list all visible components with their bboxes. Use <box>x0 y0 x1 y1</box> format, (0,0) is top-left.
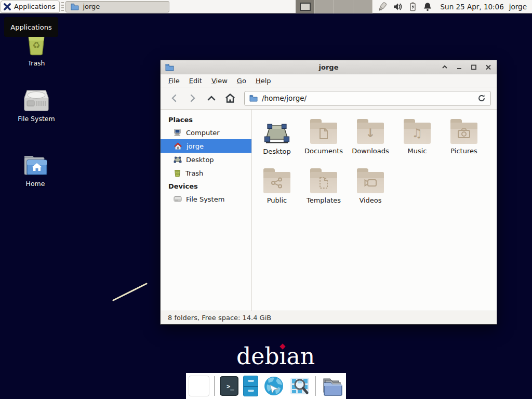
dock-separator <box>315 376 316 396</box>
home-house-icon <box>174 142 182 150</box>
sidebar-item-label: Computer <box>186 129 220 137</box>
folder-icon <box>71 3 79 10</box>
debian-logo-text-2: an <box>286 343 315 369</box>
sidebar-item-label: Trash <box>185 169 203 177</box>
panel-handle[interactable] <box>61 2 64 11</box>
debian-logo: debıan <box>236 343 315 369</box>
taskbar-window-label: jorge <box>83 3 100 10</box>
desktop-icon-file-system[interactable]: File System <box>8 89 65 123</box>
sidebar-item-label: File System <box>186 195 224 203</box>
sidebar-item-label: Desktop <box>186 156 214 164</box>
workspace-4[interactable] <box>353 0 373 14</box>
status-text: 8 folders, Free space: 14.4 GiB <box>168 314 271 322</box>
menu-help[interactable]: Help <box>251 75 276 86</box>
folder-icon <box>310 172 337 193</box>
close-icon[interactable] <box>485 63 492 71</box>
computer-icon <box>174 128 182 137</box>
video-camera-icon <box>364 178 377 188</box>
workspace-1[interactable] <box>296 0 315 14</box>
path-text[interactable]: /home/jorge/ <box>262 94 473 102</box>
path-bar[interactable]: /home/jorge/ <box>244 91 491 106</box>
folder-icon: ↓ <box>357 123 384 144</box>
web-browser-icon[interactable] <box>263 375 285 397</box>
debian-logo-i: ı <box>279 343 286 369</box>
folder-item-pictures[interactable]: Pictures <box>441 116 487 163</box>
app-finder-icon[interactable] <box>289 376 310 396</box>
folder-item-downloads[interactable]: ↓ Downloads <box>347 116 394 163</box>
desktop-mini-icon <box>174 155 182 164</box>
applications-menu-label: Applications <box>14 3 55 10</box>
applications-menu-button[interactable]: Applications <box>1 1 60 13</box>
desktop-icon-home[interactable]: Home <box>7 154 64 188</box>
panel-clock[interactable]: Sun 25 Apr, 10:06 <box>441 3 504 11</box>
file-manager-icon[interactable] <box>243 376 258 396</box>
workspace-switcher[interactable] <box>296 0 373 14</box>
show-desktop-icon[interactable] <box>189 376 209 396</box>
folder-item-desktop[interactable]: Desktop <box>254 116 300 163</box>
taskbar-window-button[interactable]: jorge <box>65 1 169 12</box>
notification-bell-icon[interactable] <box>422 1 433 12</box>
folder-item-label: Templates <box>307 196 341 204</box>
desktop-special-icon <box>263 121 290 144</box>
share-nodes-icon <box>271 177 283 189</box>
shade-icon[interactable] <box>441 63 448 71</box>
folder-item-public[interactable]: Public <box>254 165 300 212</box>
forward-icon[interactable] <box>185 90 201 106</box>
dock-folder-icon[interactable] <box>321 376 343 396</box>
volume-icon[interactable] <box>392 1 403 12</box>
folder-item-label: Documents <box>304 147 343 155</box>
sidebar-item-jorge[interactable]: jorge <box>161 139 251 153</box>
svg-text:♻: ♻ <box>176 172 179 176</box>
refresh-icon[interactable] <box>477 94 486 102</box>
folder-item-label: Desktop <box>263 148 291 155</box>
battery-charging-icon[interactable] <box>407 1 418 12</box>
sidebar-item-label: jorge <box>187 142 204 150</box>
top-panel: Applications jorge <box>0 0 532 14</box>
titlebar[interactable]: jorge <box>161 60 497 74</box>
minimize-icon[interactable] <box>456 63 463 71</box>
dock-separator <box>214 376 215 396</box>
sidebar-item-trash[interactable]: ♻ Trash <box>161 166 251 180</box>
file-view[interactable]: Desktop Documents <box>252 110 497 311</box>
dock: >_ <box>186 373 346 399</box>
system-tray <box>377 1 433 12</box>
menu-go[interactable]: Go <box>232 75 251 86</box>
workspace-3[interactable] <box>334 0 353 14</box>
stylus-icon[interactable] <box>377 1 388 12</box>
menu-file[interactable]: File <box>164 75 184 86</box>
applications-tooltip: Applications <box>4 17 58 37</box>
back-icon[interactable] <box>166 90 182 106</box>
folder-item-videos[interactable]: Videos <box>347 165 394 212</box>
folder-item-label: Downloads <box>352 147 389 155</box>
menubar: File Edit View Go Help <box>161 74 497 87</box>
panel-username[interactable]: jorge <box>509 3 527 11</box>
sidebar-header-places: Places <box>161 113 251 126</box>
camera-icon <box>457 128 471 139</box>
menu-view[interactable]: View <box>207 75 232 86</box>
folder-icon: ♫ <box>404 123 431 144</box>
home-nav-icon[interactable] <box>222 90 238 106</box>
terminal-icon[interactable]: >_ <box>220 376 239 396</box>
toolbar: /home/jorge/ <box>161 87 497 110</box>
menu-edit[interactable]: Edit <box>184 75 207 86</box>
sidebar: Places Computer <box>161 110 252 311</box>
desktop-icon-label: Home <box>26 180 45 188</box>
folder-item-music[interactable]: ♫ Music <box>394 116 441 163</box>
folder-item-documents[interactable]: Documents <box>300 116 347 163</box>
sidebar-item-file-system[interactable]: File System <box>161 192 251 206</box>
folder-item-templates[interactable]: Templates <box>300 165 347 212</box>
path-folder-icon <box>249 95 258 102</box>
applications-tooltip-text: Applications <box>10 23 51 31</box>
file-system-icon <box>23 89 49 111</box>
statusbar: 8 folders, Free space: 14.4 GiB <box>161 311 497 324</box>
svg-text:♻: ♻ <box>32 40 40 50</box>
sidebar-header-devices: Devices <box>161 180 251 192</box>
folder-icon <box>450 123 477 144</box>
up-icon[interactable] <box>204 90 219 106</box>
maximize-icon[interactable] <box>470 63 477 71</box>
workspace-2[interactable] <box>315 0 334 14</box>
document-glyph-icon <box>318 127 329 140</box>
folder-item-label: Music <box>408 147 427 155</box>
sidebar-item-computer[interactable]: Computer <box>161 126 251 139</box>
sidebar-item-desktop[interactable]: Desktop <box>161 153 251 166</box>
